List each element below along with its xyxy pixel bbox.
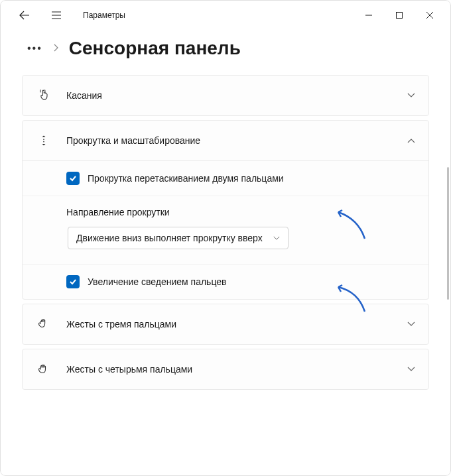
scroll-icon — [36, 133, 52, 149]
checkbox-pinch-zoom[interactable] — [66, 275, 80, 288]
section-taps: Касания — [22, 75, 429, 116]
section-three-fingers-header[interactable]: Жесты с тремя пальцами — [23, 304, 428, 344]
minimize-button[interactable] — [354, 5, 384, 26]
page-title: Сенсорная панель — [69, 38, 241, 59]
option-pinch-zoom-label: Увеличение сведением пальцев — [88, 276, 227, 287]
svg-point-1 — [43, 139, 44, 141]
section-scroll-zoom: Прокрутка и масштабирование Прокрутка пе… — [22, 120, 429, 300]
option-drag-two-fingers-label: Прокрутка перетаскиванием двумя пальцами — [88, 173, 284, 184]
check-icon — [69, 278, 77, 286]
maximize-button[interactable] — [384, 5, 415, 26]
close-button[interactable] — [415, 5, 445, 26]
chevron-down-icon — [407, 320, 415, 329]
scrollbar[interactable] — [447, 167, 449, 300]
app-title: Параметры — [83, 11, 125, 20]
section-three-fingers: Жесты с тремя пальцами — [22, 304, 429, 345]
three-fingers-icon — [36, 316, 52, 332]
maximize-icon — [396, 12, 403, 19]
checkbox-drag-two-fingers[interactable] — [66, 172, 80, 185]
minimize-icon — [365, 12, 372, 19]
scroll-direction-label: Направление прокрутки — [66, 207, 415, 217]
tap-icon — [36, 88, 52, 103]
section-taps-header[interactable]: Касания — [23, 76, 428, 115]
chevron-right-icon — [53, 44, 58, 54]
option-pinch-zoom: Увеличение сведением пальцев — [23, 265, 428, 299]
titlebar: Параметры — [1, 1, 450, 30]
chevron-down-icon — [273, 234, 280, 242]
section-taps-title: Касания — [66, 90, 407, 101]
svg-rect-0 — [397, 13, 403, 19]
hamburger-icon — [51, 10, 62, 21]
scroll-direction-dropdown[interactable]: Движение вниз выполняет прокрутку вверх — [68, 227, 289, 249]
menu-button[interactable] — [46, 5, 67, 26]
back-button[interactable] — [14, 5, 35, 26]
option-scroll-direction: Направление прокрутки Движение вниз выпо… — [23, 196, 428, 265]
section-three-fingers-title: Жесты с тремя пальцами — [66, 319, 407, 329]
chevron-up-icon — [407, 136, 415, 145]
four-fingers-icon — [36, 361, 52, 377]
section-four-fingers-header[interactable]: Жесты с четырьмя пальцами — [23, 349, 428, 389]
section-four-fingers-title: Жесты с четырьмя пальцами — [66, 364, 407, 375]
section-four-fingers: Жесты с четырьмя пальцами — [22, 349, 429, 390]
section-scroll-zoom-header[interactable]: Прокрутка и масштабирование — [23, 121, 428, 160]
dropdown-value: Движение вниз выполняет прокрутку вверх — [76, 233, 263, 243]
svg-point-2 — [43, 141, 44, 143]
arrow-left-icon — [19, 10, 30, 21]
breadcrumb-more[interactable]: ••• — [27, 42, 42, 54]
breadcrumb: ••• Сенсорная панель — [1, 30, 450, 75]
chevron-down-icon — [407, 365, 415, 374]
chevron-down-icon — [407, 91, 415, 100]
section-scroll-zoom-title: Прокрутка и масштабирование — [66, 135, 407, 146]
check-icon — [69, 174, 77, 182]
option-drag-two-fingers: Прокрутка перетаскиванием двумя пальцами — [23, 161, 428, 196]
close-icon — [426, 12, 433, 19]
